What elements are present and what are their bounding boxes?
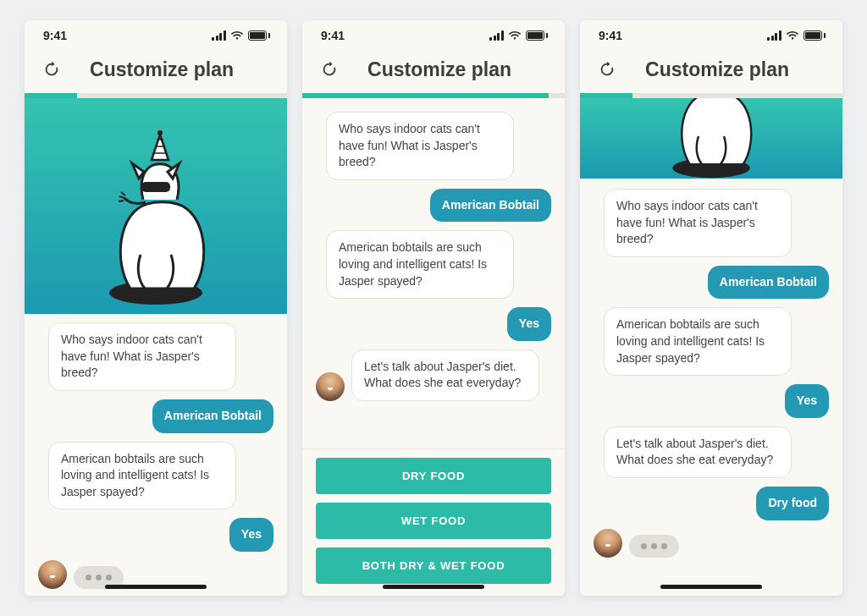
wifi-icon (230, 30, 244, 41)
party-cat-icon (648, 98, 775, 179)
progress-bar (302, 93, 565, 98)
status-bar: 9:41 (25, 20, 287, 51)
party-cat-icon (80, 128, 232, 314)
user-message: Dry food (756, 487, 829, 520)
user-message: American Bobtail (708, 266, 829, 300)
status-indicators (767, 30, 824, 41)
avatar (38, 560, 67, 589)
svg-point-1 (157, 130, 163, 135)
wifi-icon (508, 30, 522, 41)
bot-message: Who says indoor cats can't have fun! Wha… (604, 189, 792, 257)
chat-area[interactable]: Who says indoor cats can't have fun! Wha… (302, 98, 565, 448)
cellular-icon (212, 30, 226, 41)
answer-options: DRY FOOD WET FOOD BOTH DRY & WET FOOD (302, 448, 565, 596)
reload-button[interactable] (40, 58, 64, 81)
bot-message: Who says indoor cats can't have fun! Wha… (326, 112, 514, 180)
status-time: 9:41 (321, 29, 345, 42)
home-indicator[interactable] (383, 585, 484, 589)
bot-message: Let's talk about Jasper's diet. What doe… (351, 349, 539, 401)
option-dry-food[interactable]: DRY FOOD (316, 458, 551, 494)
svg-rect-2 (141, 182, 170, 192)
reload-icon (42, 60, 61, 79)
typing-indicator (629, 535, 679, 558)
avatar (316, 372, 345, 401)
page-title: Customize plan (631, 58, 803, 81)
cat-illustration-cropped (580, 98, 842, 179)
bot-message: American bobtails are such loving and in… (326, 230, 514, 299)
status-indicators (212, 30, 268, 41)
bot-message: American bobtails are such loving and in… (604, 307, 792, 376)
header: Customize plan (302, 51, 565, 93)
cat-illustration (25, 98, 287, 314)
home-indicator[interactable] (660, 585, 762, 589)
status-time: 9:41 (43, 29, 67, 42)
cellular-icon (489, 30, 504, 41)
header: Customize plan (580, 51, 842, 93)
reload-icon (598, 60, 616, 79)
status-indicators (489, 30, 546, 41)
chat-area[interactable]: Who says indoor cats can't have fun! Wha… (580, 98, 842, 596)
home-indicator[interactable] (105, 585, 207, 589)
phone-screen-1: 9:41 Customize plan (25, 20, 287, 596)
bot-message: Let's talk about Jasper's diet. What doe… (604, 426, 792, 478)
user-message: Yes (229, 518, 273, 552)
user-message: Yes (507, 307, 551, 341)
status-time: 9:41 (599, 29, 622, 42)
status-bar: 9:41 (302, 20, 565, 51)
user-message: Yes (785, 384, 829, 418)
wifi-icon (786, 30, 799, 41)
avatar (594, 529, 622, 558)
typing-row (594, 529, 829, 558)
phone-screen-3: 9:41 Customize plan Who says indoor cats… (580, 20, 842, 596)
phone-screen-2: 9:41 Customize plan Who says indoor cats… (302, 20, 565, 596)
reload-button[interactable] (318, 58, 341, 81)
reload-button[interactable] (595, 58, 619, 81)
reload-icon (320, 60, 339, 79)
cellular-icon (767, 30, 781, 41)
option-both-food[interactable]: BOTH DRY & WET FOOD (316, 547, 551, 584)
battery-icon (248, 30, 268, 41)
page-title: Customize plan (353, 58, 526, 81)
battery-icon (803, 30, 824, 41)
bot-message: Who says indoor cats can't have fun! Wha… (48, 322, 236, 391)
page-title: Customize plan (75, 58, 248, 81)
bot-message: American bobtails are such loving and in… (48, 442, 236, 510)
chat-area[interactable]: Who says indoor cats can't have fun! Wha… (25, 98, 287, 596)
user-message: American Bobtail (430, 189, 551, 223)
status-bar: 9:41 (580, 20, 842, 51)
option-wet-food[interactable]: WET FOOD (316, 503, 551, 539)
header: Customize plan (25, 51, 287, 93)
user-message: American Bobtail (152, 399, 273, 433)
battery-icon (526, 30, 546, 41)
bot-row: Let's talk about Jasper's diet. What doe… (316, 349, 551, 401)
